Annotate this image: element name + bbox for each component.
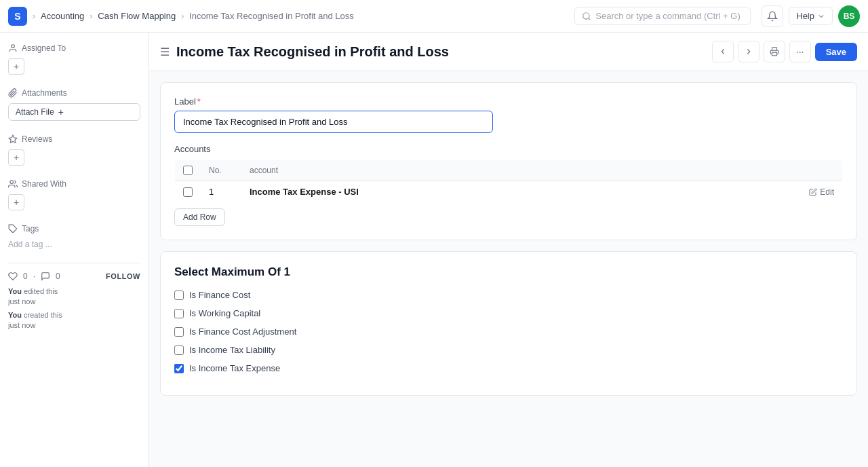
breadcrumb-sep-2: ›	[90, 12, 92, 21]
th-edit	[789, 160, 843, 181]
save-button[interactable]: Save	[815, 43, 857, 61]
heart-icon	[8, 272, 18, 281]
required-indicator: *	[197, 96, 201, 107]
svg-line-1	[589, 18, 591, 20]
select-max-card: Select Maximum Of 1 Is Finance CostIs Wo…	[160, 251, 857, 396]
row-account: Income Tax Expense - USI	[241, 181, 789, 203]
accounts-section-title: Accounts	[174, 144, 843, 154]
comment-icon	[41, 272, 50, 281]
svg-point-4	[10, 181, 14, 184]
star-icon	[8, 134, 18, 144]
sidebar: Assigned To + Attachments Attach File + …	[0, 33, 149, 467]
option-opt3[interactable]: Is Finance Cost Adjustment	[174, 326, 843, 337]
page-header: ☰ Income Tax Recognised in Profit and Lo…	[149, 33, 868, 71]
follow-button[interactable]: FOLLOW	[106, 272, 140, 280]
attachments-section: Attachments Attach File +	[8, 88, 140, 121]
search-placeholder: Search or type a command (Ctrl + G)	[595, 11, 741, 21]
add-assigned-button[interactable]: +	[8, 58, 24, 75]
svg-point-2	[12, 45, 15, 48]
shared-with-title: Shared With	[8, 179, 140, 189]
breadcrumb-cash-flow[interactable]: Cash Flow Mapping	[98, 11, 176, 21]
label-input[interactable]	[174, 111, 493, 133]
option-opt2[interactable]: Is Working Capital	[174, 308, 843, 318]
th-no: No.	[201, 160, 241, 181]
options-container: Is Finance CostIs Working CapitalIs Fina…	[174, 290, 843, 373]
tags-title: Tags	[8, 224, 140, 234]
checkbox-opt3[interactable]	[174, 327, 184, 337]
table-header-row: No. account	[175, 160, 843, 181]
paperclip-icon	[8, 88, 18, 98]
main-content: Label* Accounts No. account	[149, 71, 868, 467]
notifications-button[interactable]	[762, 5, 783, 27]
help-button[interactable]: Help	[789, 7, 833, 25]
checkbox-opt5[interactable]	[174, 364, 184, 373]
breadcrumb-current: Income Tax Recognised in Profit and Loss	[189, 11, 354, 21]
checkbox-opt4[interactable]	[174, 345, 184, 355]
label-opt2: Is Working Capital	[189, 308, 260, 318]
row-edit-cell: Edit	[789, 181, 843, 203]
form-card: Label* Accounts No. account	[160, 82, 857, 240]
breadcrumb-accounting[interactable]: Accounting	[41, 11, 84, 21]
attachments-title: Attachments	[8, 88, 140, 98]
add-row-button[interactable]: Add Row	[174, 208, 225, 226]
help-label: Help	[796, 11, 814, 21]
edit-link[interactable]: Edit	[797, 187, 835, 197]
th-account: account	[241, 160, 789, 181]
page-header-actions: ··· Save	[712, 41, 857, 62]
checkbox-opt1[interactable]	[174, 291, 184, 300]
select-all-checkbox[interactable]	[183, 166, 193, 175]
global-search[interactable]: Search or type a command (Ctrl + G)	[574, 7, 751, 25]
attachments-label: Attachments	[22, 88, 67, 98]
print-button[interactable]	[764, 41, 785, 62]
th-checkbox	[175, 160, 201, 181]
more-button[interactable]: ···	[789, 41, 811, 62]
add-shared-button[interactable]: +	[8, 194, 24, 210]
next-button[interactable]	[738, 41, 760, 62]
reviews-title: Reviews	[8, 134, 140, 144]
user-icon	[8, 43, 18, 53]
avatar[interactable]: BS	[838, 5, 860, 27]
page-title: Income Tax Recognised in Profit and Loss	[176, 44, 449, 60]
users-icon	[8, 179, 18, 189]
tags-label: Tags	[22, 224, 39, 234]
menu-toggle[interactable]: ☰	[160, 45, 170, 58]
nav-actions: Help BS	[762, 5, 860, 27]
add-tag-link[interactable]: Add a tag ...	[8, 240, 52, 249]
assigned-to-section: Assigned To +	[8, 43, 140, 75]
select-max-title: Select Maximum Of 1	[174, 265, 843, 279]
option-opt1[interactable]: Is Finance Cost	[174, 290, 843, 300]
activity-item-2: You created thisjust now	[8, 310, 140, 331]
comments-count: 0	[56, 272, 60, 281]
accounts-table: No. account 1 Income Tax Expense - USI	[174, 160, 843, 203]
label-opt3: Is Finance Cost Adjustment	[189, 326, 296, 337]
attach-file-label: Attach File	[16, 107, 54, 117]
breadcrumb-sep-3: ›	[181, 12, 184, 21]
dot-sep: ·	[33, 272, 35, 281]
page-header-left: ☰ Income Tax Recognised in Profit and Lo…	[160, 44, 449, 60]
top-nav: S › Accounting › Cash Flow Mapping › Inc…	[0, 0, 868, 33]
app-logo: S	[8, 7, 27, 26]
svg-point-0	[583, 12, 589, 18]
search-icon	[582, 12, 591, 21]
likes-row: 0 · 0 FOLLOW	[8, 272, 140, 281]
tag-icon	[8, 224, 18, 234]
assigned-to-label: Assigned To	[22, 43, 66, 53]
assigned-to-title: Assigned To	[8, 43, 140, 53]
svg-rect-6	[772, 52, 776, 56]
row-checkbox[interactable]	[183, 187, 193, 197]
label-field-label: Label*	[174, 96, 843, 107]
option-opt5[interactable]: Is Income Tax Expense	[174, 363, 843, 373]
attach-plus-icon: +	[58, 107, 64, 117]
add-review-button[interactable]: +	[8, 149, 24, 166]
attach-file-button[interactable]: Attach File +	[8, 103, 140, 121]
shared-with-label: Shared With	[22, 179, 66, 189]
prev-button[interactable]	[712, 41, 734, 62]
label-opt1: Is Finance Cost	[189, 290, 250, 300]
row-checkbox-cell	[175, 181, 201, 203]
chevron-down-icon	[817, 12, 825, 20]
checkbox-opt2[interactable]	[174, 309, 184, 318]
reviews-section: Reviews +	[8, 134, 140, 166]
likes-count: 0	[23, 272, 28, 281]
option-opt4[interactable]: Is Income Tax Liability	[174, 345, 843, 355]
label-opt5: Is Income Tax Expense	[189, 363, 280, 373]
